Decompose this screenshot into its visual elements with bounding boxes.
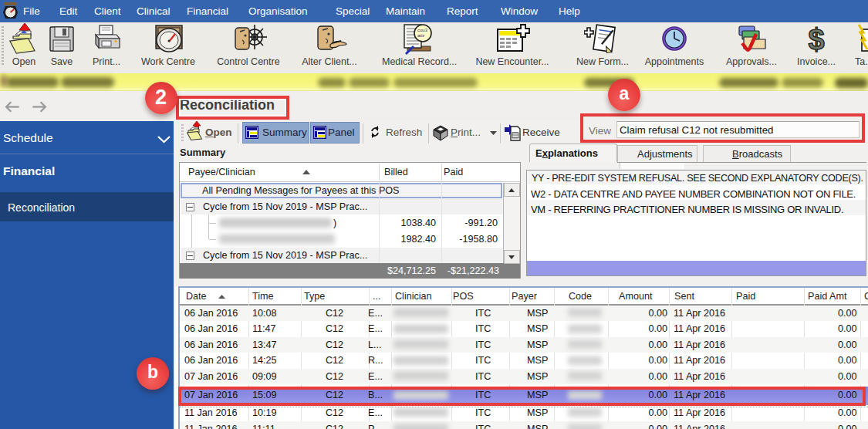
svg-text:atiz: atiz xyxy=(417,33,424,38)
svg-text:cou3: cou3 xyxy=(417,28,428,32)
svg-text:$: $ xyxy=(808,23,824,56)
